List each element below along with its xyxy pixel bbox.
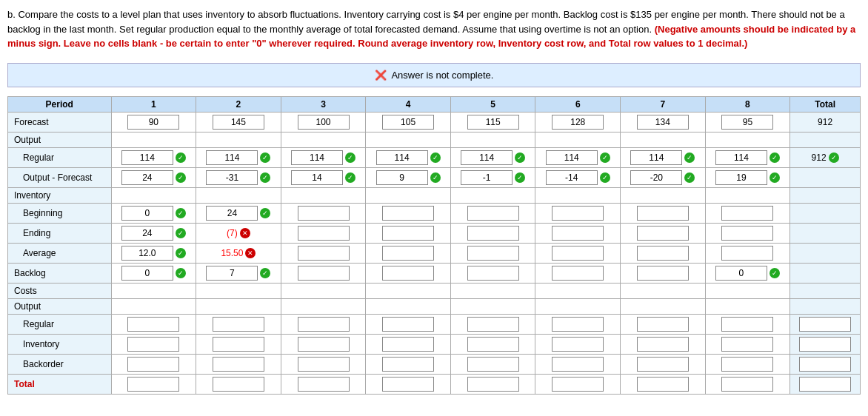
tot-input-7[interactable] [637,377,689,392]
outf-input-8[interactable] [715,170,767,185]
forecast-input-6[interactable] [552,115,604,130]
costs-section-row: Costs [8,283,861,298]
beg-input-2[interactable] [206,206,258,221]
end-input-3[interactable] [298,226,350,241]
bl-input-4[interactable] [382,266,434,281]
rc-input-1[interactable] [127,317,179,332]
tot-input-8[interactable] [721,377,773,392]
bl-input-5[interactable] [467,266,519,281]
boc-input-6[interactable] [552,357,604,372]
forecast-input-2[interactable] [213,115,264,130]
regular-input-4[interactable] [376,150,428,165]
regular-input-1[interactable] [121,150,173,165]
regular-input-3[interactable] [291,150,343,165]
forecast-input-3[interactable] [298,115,350,130]
ic-input-6[interactable] [552,337,604,352]
ic-input-3[interactable] [298,337,350,352]
tot-input-1[interactable] [127,377,179,392]
end-input-7[interactable] [637,226,689,241]
beg-input-4[interactable] [382,206,434,221]
rc-input-5[interactable] [467,317,519,332]
bl-input-6[interactable] [552,266,604,281]
boc-input-total[interactable] [799,357,851,372]
regular-4: ✓ [366,147,451,167]
bl-input-8[interactable] [715,266,767,281]
beg-6 [535,203,621,223]
tot-input-3[interactable] [298,377,350,392]
outf-total [790,167,861,187]
boc-8 [705,354,790,374]
tot-input-total[interactable] [799,377,851,392]
ic-input-8[interactable] [721,337,773,352]
avg-input-1[interactable] [121,246,173,261]
forecast-input-7[interactable] [637,115,689,130]
forecast-input-5[interactable] [467,115,519,130]
avg-input-6[interactable] [552,246,604,261]
tot-input-5[interactable] [467,377,519,392]
beg-input-8[interactable] [721,206,773,221]
ic-input-total[interactable] [799,337,851,352]
regular-input-7[interactable] [630,150,682,165]
outf-5: ✓ [450,167,535,187]
boc-input-4[interactable] [382,357,434,372]
outf-check-7: ✓ [684,172,695,183]
beg-input-6[interactable] [552,206,604,221]
end-input-1[interactable] [121,226,173,241]
ic-7 [621,334,706,354]
ic-input-5[interactable] [467,337,519,352]
end-input-5[interactable] [467,226,519,241]
avg-input-7[interactable] [637,246,689,261]
ic-input-7[interactable] [637,337,689,352]
outf-input-7[interactable] [630,170,682,185]
boc-input-8[interactable] [721,357,773,372]
rc-input-total[interactable] [799,317,851,332]
ic-input-2[interactable] [213,337,264,352]
bl-input-1[interactable] [121,266,173,281]
beg-input-3[interactable] [298,206,350,221]
boc-input-2[interactable] [213,357,264,372]
rc-input-6[interactable] [552,317,604,332]
boc-input-7[interactable] [637,357,689,372]
boc-input-3[interactable] [298,357,350,372]
bl-input-2[interactable] [206,266,258,281]
tot-input-4[interactable] [382,377,434,392]
beg-input-5[interactable] [467,206,519,221]
forecast-input-8[interactable] [721,115,773,130]
tot-input-2[interactable] [213,377,264,392]
end-input-8[interactable] [721,226,773,241]
avg-8 [705,243,790,263]
bl-input-3[interactable] [298,266,350,281]
outf-input-6[interactable] [546,170,598,185]
regular-input-2[interactable] [206,150,258,165]
bl-input-7[interactable] [637,266,689,281]
rc-input-7[interactable] [637,317,689,332]
forecast-input-1[interactable] [127,115,179,130]
beg-input-7[interactable] [637,206,689,221]
beg-2: ✓ [196,203,281,223]
avg-input-8[interactable] [721,246,773,261]
regular-input-5[interactable] [461,150,513,165]
ic-input-1[interactable] [127,337,179,352]
ic-input-4[interactable] [382,337,434,352]
avg-input-4[interactable] [382,246,434,261]
outf-input-3[interactable] [291,170,343,185]
rc-input-8[interactable] [721,317,773,332]
end-input-4[interactable] [382,226,434,241]
tot-input-6[interactable] [552,377,604,392]
outf-input-1[interactable] [121,170,173,185]
boc-input-1[interactable] [127,357,179,372]
end-input-6[interactable] [552,226,604,241]
rc-input-4[interactable] [382,317,434,332]
rc-input-3[interactable] [298,317,350,332]
outf-input-4[interactable] [376,170,428,185]
avg-input-3[interactable] [298,246,350,261]
outf-input-2[interactable] [206,170,258,185]
rc-input-2[interactable] [213,317,264,332]
outf-input-5[interactable] [461,170,513,185]
forecast-input-4[interactable] [382,115,434,130]
beg-input-1[interactable] [121,206,173,221]
avg-input-5[interactable] [467,246,519,261]
regular-input-8[interactable] [715,150,767,165]
boc-input-5[interactable] [467,357,519,372]
regular-input-6[interactable] [546,150,598,165]
